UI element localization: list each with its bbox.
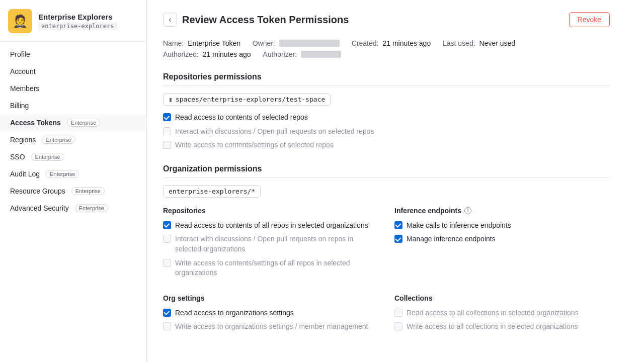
avatar: 🤵 [8,9,32,33]
meta-row-2: Authorized: 21 minutes ago Authorizer: [163,50,610,58]
created-value: 21 minutes ago [382,39,431,47]
org-repos-col: Repositories Read access to contents of … [163,207,378,278]
sidebar: 🤵 Enterprise Explorers enterprise-explor… [0,0,147,362]
collections-perm-list: Read access to all collections in select… [394,308,610,332]
authorizer-label: Authorizer: [263,50,297,58]
sidebar-item-sso[interactable]: SSOEnterprise [0,148,146,165]
checkbox[interactable] [163,221,171,229]
sidebar-item-resource-groups[interactable]: Resource GroupsEnterprise [0,183,146,200]
perm-item: Read access to all collections in select… [394,308,610,318]
org-permissions-section: Organization permissions enterprise-expl… [163,164,610,332]
revoke-button[interactable]: Revoke [569,12,610,27]
sidebar-item-label: Profile [10,50,30,58]
sidebar-item-account[interactable]: Account [0,63,146,80]
perm-item: Make calls to inference endpoints [394,221,610,231]
meta-row-1: Name: Enterprise Token Owner: Created: 2… [163,39,610,47]
page-title: Review Access Token Permissions [182,14,349,26]
inference-col-title: Inference endpoints i [394,207,610,215]
checkbox[interactable] [163,322,171,330]
sidebar-item-label: Members [10,84,39,93]
enterprise-badge: Enterprise [71,187,105,195]
enterprise-badge: Enterprise [42,136,75,144]
collections-col: Collections Read access to all collectio… [394,294,610,332]
org-permissions-grid: Repositories Read access to contents of … [163,207,610,332]
repo-icon: ▮ [169,96,173,103]
sidebar-nav: ProfileAccountMembersBillingAccess Token… [0,42,146,221]
checkbox[interactable] [163,127,171,135]
enterprise-badge: Enterprise [67,119,100,127]
sidebar-item-label: Advanced Security [10,204,69,212]
owner-value-redacted [279,40,340,47]
checkbox[interactable] [394,221,403,229]
org-permissions-title: Organization permissions [163,164,610,178]
repo-tag: ▮ spaces/enterprise-explorers/test-space [163,93,331,106]
perm-label: Interact with discussions / Open pull re… [175,127,374,137]
last-used-value: Never used [479,39,516,47]
checkbox[interactable] [163,309,171,317]
perm-item: Write access to organizations settings /… [163,322,378,332]
org-header: 🤵 Enterprise Explorers enterprise-explor… [0,0,146,42]
authorizer-value-redacted [301,51,341,58]
sidebar-item-regions[interactable]: RegionsEnterprise [0,131,146,148]
perm-label: Make calls to inference endpoints [407,221,511,231]
enterprise-badge: Enterprise [46,170,79,178]
checkbox[interactable] [163,235,171,243]
perm-label: Write access to contents/settings of all… [175,258,378,278]
org-repo-perm-list: Read access to contents of all repos in … [163,221,378,278]
perm-label: Interact with discussions / Open pull re… [175,234,378,254]
perm-label: Write access to contents/settings of sel… [175,140,334,150]
perm-label: Write access to all collections in selec… [407,322,578,332]
enterprise-badge: Enterprise [31,153,64,161]
checkbox[interactable] [163,113,171,121]
perm-label: Write access to organizations settings /… [175,322,368,332]
owner-label: Owner: [253,39,275,47]
checkbox[interactable] [163,259,171,267]
sidebar-item-label: Billing [10,102,29,110]
perm-item: Interact with discussions / Open pull re… [163,127,610,137]
perm-item: Read access to contents of all repos in … [163,221,378,231]
collections-col-title: Collections [394,294,610,302]
sidebar-item-billing[interactable]: Billing [0,97,146,114]
perm-item: Write access to all collections in selec… [394,322,610,332]
perm-label: Read access to all collections in select… [407,308,579,318]
org-tag: enterprise-explorers/* [163,185,261,198]
checkbox[interactable] [163,141,171,149]
sidebar-item-advanced-security[interactable]: Advanced SecurityEnterprise [0,200,146,217]
back-button[interactable]: ‹ [163,13,177,27]
repo-permissions-title: Repositories permissions [163,72,610,86]
page-header: ‹ Review Access Token Permissions Revoke [163,12,610,27]
org-settings-col: Org settings Read access to organization… [163,294,378,332]
inference-perm-list: Make calls to inference endpointsManage … [394,221,610,244]
checkbox[interactable] [394,309,403,317]
perm-item: Read access to organizations settings [163,308,378,318]
sidebar-item-label: Access Tokens [10,119,61,127]
inference-info-icon[interactable]: i [464,207,471,214]
org-settings-col-title: Org settings [163,294,378,302]
sidebar-item-label: Account [10,67,36,75]
perm-label: Read access to organizations settings [175,308,294,318]
sidebar-item-label: Audit Log [10,170,40,178]
sidebar-item-audit-log[interactable]: Audit LogEnterprise [0,165,146,183]
authorized-label: Authorized: [163,50,199,58]
created-label: Created: [352,39,379,47]
sidebar-item-label: Resource Groups [10,187,65,195]
org-name: Enterprise Explorers [38,13,117,21]
sidebar-item-access-tokens[interactable]: Access TokensEnterprise [0,114,146,131]
checkbox[interactable] [394,235,403,243]
perm-item: Write access to contents/settings of all… [163,258,378,278]
sidebar-item-profile[interactable]: Profile [0,46,146,63]
org-handle: enterprise-explorers [38,22,117,30]
perm-item: Manage inference endpoints [394,234,610,244]
inference-col: Inference endpoints i Make calls to infe… [394,207,610,278]
perm-item: Read access to contents of selected repo… [163,113,610,123]
sidebar-item-label: SSO [10,153,25,161]
enterprise-badge: Enterprise [75,204,108,212]
last-used-label: Last used: [443,39,475,47]
perm-label: Read access to contents of selected repo… [175,113,308,123]
checkbox[interactable] [394,322,403,330]
perm-item: Interact with discussions / Open pull re… [163,234,378,254]
org-repos-col-title: Repositories [163,207,378,215]
token-name: Enterprise Token [188,39,240,47]
perm-item: Write access to contents/settings of sel… [163,140,610,150]
sidebar-item-members[interactable]: Members [0,80,146,97]
